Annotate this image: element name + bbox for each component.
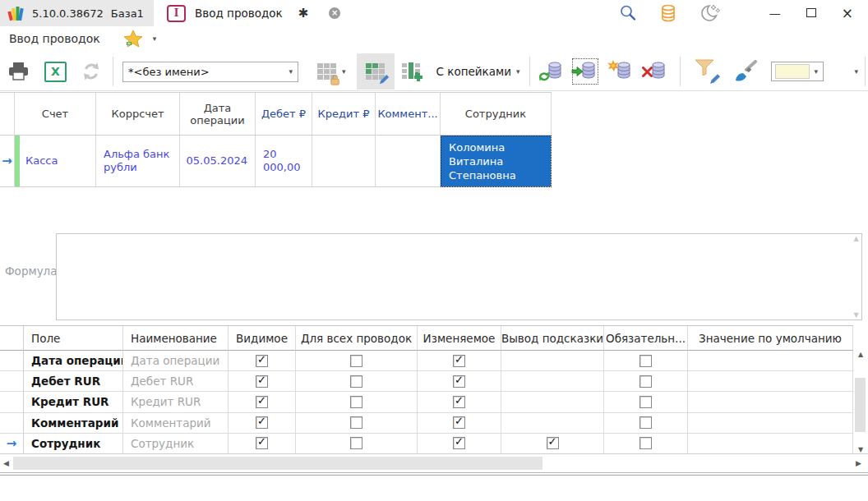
fields-scroll-down-icon[interactable]: ▼ [858,446,863,453]
grid-edit-button[interactable] [357,53,395,90]
fields-display-name[interactable]: Комментарий [123,413,229,434]
db-new-record-button[interactable] [610,61,631,82]
formula-input[interactable] [56,233,862,320]
filter-edit-button[interactable] [694,59,720,84]
fields-col-header-2[interactable]: Видимое [229,326,296,351]
fields-hint-checkbox[interactable] [547,437,559,449]
star-save-icon [127,42,132,45]
fields-visible-checkbox[interactable] [256,355,268,367]
journal-cell-comment[interactable] [376,136,441,187]
database-icon[interactable] [658,3,678,23]
fields-col-header-3[interactable]: Для всех проводок [296,326,418,351]
color-picker-dropdown[interactable]: ▾ [771,62,824,81]
print-button[interactable] [7,62,30,82]
fields-visible-checkbox[interactable] [256,396,268,408]
fields-visible-checkbox[interactable] [256,437,268,449]
horizontal-scrollbar[interactable]: ◀ ▶ [0,453,868,473]
fields-scroll-up-icon[interactable]: ▲ [858,351,863,358]
hscroll-thumb[interactable] [13,457,542,470]
fields-required-checkbox[interactable] [639,437,652,449]
view-preset-combobox[interactable]: *<без имени> ▾ [122,62,298,82]
fields-field-name[interactable]: Дата операции [24,351,123,371]
fields-display-name[interactable]: Сотрудник [123,434,229,454]
fields-forall-checkbox[interactable] [350,375,362,388]
db-refresh-button[interactable] [541,61,562,82]
favorite-star-button[interactable] [123,30,143,48]
formula-scroll-down-icon[interactable]: ▼ [853,311,858,319]
search-icon[interactable] [618,3,638,23]
grid-lock-caret-icon[interactable]: ▾ [342,67,346,76]
fields-editable-checkbox[interactable] [453,416,465,429]
fields-editable-checkbox[interactable] [453,375,465,388]
fields-editable-checkbox[interactable] [453,355,465,367]
app-chip[interactable]: 5.10.0.38672 База1 [0,0,154,26]
db-delete-record-button[interactable] [644,61,666,82]
hscroll-right-icon[interactable]: ▶ [856,459,861,467]
journal-col-employee[interactable]: Сотрудник [441,93,552,136]
kopecks-mode-dropdown[interactable]: С копейками ▾ [436,65,520,78]
fields-col-header-4[interactable]: Изменяемое [418,326,501,351]
formula-scroll-up-icon[interactable]: ▲ [853,235,858,242]
fields-required-checkbox[interactable] [639,416,652,429]
close-button[interactable]: × [842,5,853,21]
journal-col-corr-account[interactable]: Коррсчет [96,93,180,136]
journal-cell-date[interactable]: 05.05.2024 [180,136,256,187]
fields-required-checkbox[interactable] [639,396,652,408]
fields-field-name[interactable]: Кредит RUR [24,392,123,412]
fields-forall-checkbox[interactable] [350,355,362,367]
fields-visible-checkbox[interactable] [256,375,268,388]
db-import-button[interactable] [575,61,596,82]
fields-field-name[interactable]: Комментарий [24,413,123,434]
minimize-button[interactable]: — [769,7,781,20]
fields-col-header-0[interactable]: Поле [24,326,123,351]
fields-forall-checkbox[interactable] [350,416,362,429]
grid-add-column-button[interactable] [399,60,424,83]
formula-scrollbar[interactable]: ▲ ▼ [851,235,861,319]
fields-col-header-7[interactable]: Значение по умолчанию [688,326,853,351]
fields-default-value[interactable] [688,413,853,434]
fields-col-header-5[interactable]: Вывод подсказки [501,326,604,351]
journal-col-credit[interactable]: Кредит ₽ [312,93,376,136]
fields-default-value[interactable] [688,371,853,392]
tab-title: Ввод проводок [195,7,283,20]
journal-col-debit[interactable]: Дебет ₽ [256,93,312,136]
paint-brush-button[interactable] [733,60,758,83]
fields-default-value[interactable] [688,392,853,412]
fields-visible-checkbox[interactable] [256,416,268,429]
fields-field-name[interactable]: Сотрудник [24,434,123,454]
fields-forall-checkbox[interactable] [350,437,362,449]
journal-col-comment[interactable]: Коммент... [376,93,441,136]
fields-default-value[interactable] [688,434,853,454]
fields-required-checkbox[interactable] [639,355,652,367]
fields-display-name[interactable]: Кредит RUR [123,392,229,412]
journal-col-date[interactable]: Дата операции [180,93,256,136]
journal-cell-corr-account[interactable]: Альфа банк рубли [96,136,180,187]
journal-cell-employee-selected[interactable]: Коломина Виталина Степановна [441,136,552,187]
fields-col-header-1[interactable]: Наименование [123,326,229,351]
grid-lock-button[interactable] [314,60,339,83]
fields-default-value[interactable] [688,351,853,371]
fields-required-checkbox[interactable] [639,375,652,388]
journal-cell-debit[interactable]: 20 000,00 [256,136,312,187]
fields-field-name[interactable]: Дебет RUR [24,371,123,392]
journal-cell-credit[interactable] [312,136,376,187]
journal-cell-account[interactable]: Касса [15,136,96,187]
fields-visible-checkbox-cell [229,371,296,392]
fields-col-header-6[interactable]: Обязательн... [604,326,688,351]
fields-display-name[interactable]: Дата операции [123,351,229,371]
journal-col-account[interactable]: Счет [15,93,96,136]
refresh-button[interactable] [81,62,102,81]
night-mode-icon[interactable] [699,3,722,23]
fields-vscrollbar[interactable]: ▲ ▼ [855,351,866,453]
fields-editable-checkbox[interactable] [453,396,465,408]
document-tab[interactable]: I Ввод проводок ✱ × [167,5,340,22]
fields-display-name[interactable]: Дебет RUR [123,371,229,392]
maximize-button[interactable] [806,7,817,20]
tab-close-icon[interactable]: × [329,7,340,19]
fields-editable-checkbox[interactable] [453,437,465,449]
toolbar-overflow-caret-icon[interactable]: ▾ [854,67,858,76]
fields-forall-checkbox[interactable] [350,396,362,408]
hscroll-left-icon[interactable]: ◀ [3,459,9,467]
favorite-dropdown-caret-icon[interactable]: ▾ [153,34,157,43]
export-excel-button[interactable]: X [44,62,67,82]
